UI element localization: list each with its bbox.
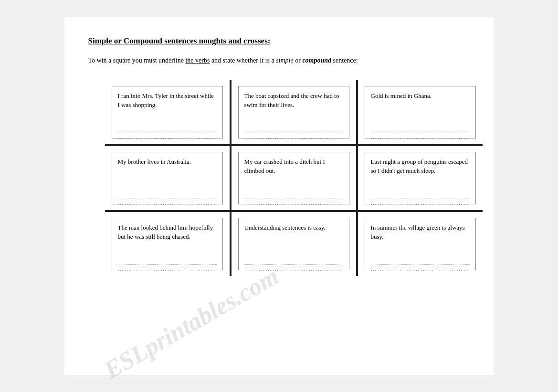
grid-cell-9: In summer the village green is always bu… [358,212,483,276]
grid-cell-2: The boat capsized and the crew had to sw… [232,80,356,144]
dotted-line-8: ………………………………….. [244,265,343,265]
instructions-or: or [294,57,303,64]
sentence-box-8: Understanding sentences is easy. …………………… [238,218,349,270]
instructions-middle: and state whether it is a [210,57,276,64]
instructions: To win a square you must underline the v… [88,55,470,66]
dotted-line-3: ………………………………….. [371,133,470,133]
sentence-box-1: I ran into Mrs. Tyler in the street whil… [112,86,223,138]
instructions-simple: simple [276,57,294,64]
dotted-line-1: ………………………………….. [118,133,217,133]
sentence-text-8: Understanding sentences is easy. [244,223,343,260]
sentence-text-5: My car crashed into a ditch but I climbe… [244,157,343,194]
sentence-text-2: The boat capsized and the crew had to sw… [244,91,343,128]
instructions-prefix: To win a square you must underline [88,57,186,64]
sentence-text-4: My brother lives in Australia. [118,157,217,194]
grid-cell-6: Last night a group of penguins escaped s… [358,146,483,210]
dotted-line-6: ………………………………….. [371,199,470,199]
sentence-text-6: Last night a group of penguins escaped s… [371,157,470,194]
grid-cell-5: My car crashed into a ditch but I climbe… [232,146,356,210]
sentence-box-4: My brother lives in Australia. ………………………… [112,152,223,204]
sentence-box-9: In summer the village green is always bu… [365,218,476,270]
noughts-crosses-grid: I ran into Mrs. Tyler in the street whil… [105,80,453,276]
dotted-line-4: ………………………………….. [118,199,217,199]
dotted-line-2: ………………………………….. [244,133,343,133]
instructions-compound: compound [302,57,331,64]
sentence-text-7: The man looked behind him hopefully but … [118,223,217,260]
grid-cell-3: Gold is mined in Ghana. ………………………………….. [358,80,483,144]
page: Simple or Compound sentences noughts and… [64,17,494,375]
watermark: ESLprintables.com [99,262,283,384]
sentence-text-9: In summer the village green is always bu… [371,223,470,260]
sentence-box-3: Gold is mined in Ghana. ………………………………….. [365,86,476,138]
sentence-box-5: My car crashed into a ditch but I climbe… [238,152,349,204]
sentence-box-6: Last night a group of penguins escaped s… [365,152,476,204]
sentence-text-1: I ran into Mrs. Tyler in the street whil… [118,91,217,128]
sentence-text-3: Gold is mined in Ghana. [371,91,470,128]
instructions-underline: the verbs [185,57,210,64]
page-title: Simple or Compound sentences noughts and… [88,36,470,46]
grid: I ran into Mrs. Tyler in the street whil… [105,80,453,276]
sentence-box-2: The boat capsized and the crew had to sw… [238,86,349,138]
grid-cell-1: I ran into Mrs. Tyler in the street whil… [105,80,230,144]
grid-cell-7: The man looked behind him hopefully but … [105,212,230,276]
grid-cell-4: My brother lives in Australia. ………………………… [105,146,230,210]
instructions-suffix: sentence: [331,57,358,64]
dotted-line-7: ………………………………….. [118,265,217,265]
dotted-line-5: ………………………………….. [244,199,343,199]
grid-cell-8: Understanding sentences is easy. …………………… [232,212,356,276]
sentence-box-7: The man looked behind him hopefully but … [112,218,223,270]
dotted-line-9: ………………………………….. [371,265,470,265]
